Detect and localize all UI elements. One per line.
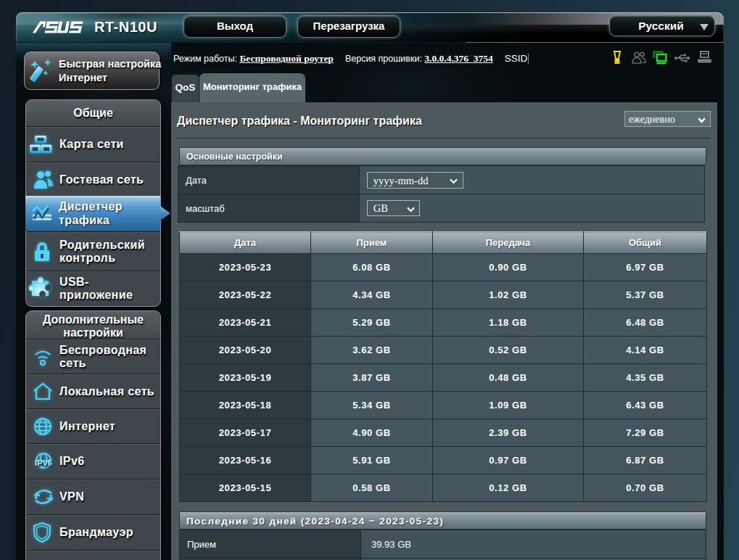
svg-text:IPv6: IPv6 — [35, 458, 52, 467]
